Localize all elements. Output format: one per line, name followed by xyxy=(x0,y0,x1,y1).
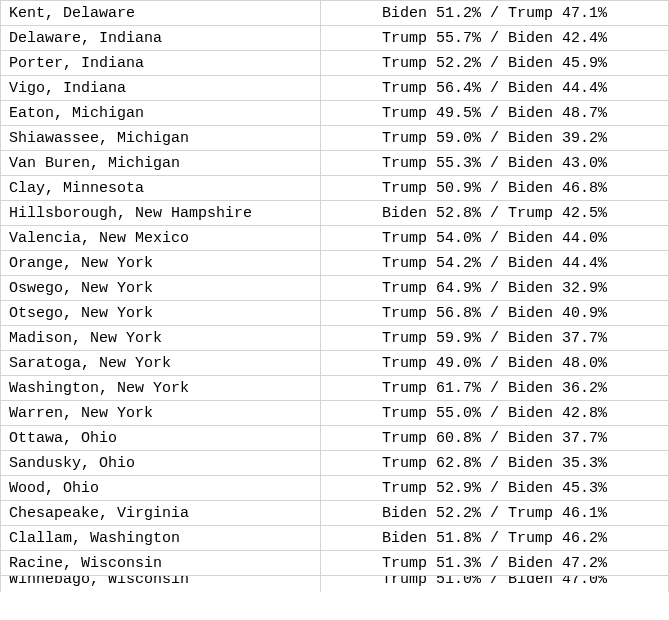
table-row: Porter, IndianaTrump 52.2% / Biden 45.9% xyxy=(1,51,669,76)
county-cell: Ottawa, Ohio xyxy=(1,426,321,451)
table-row: Van Buren, MichiganTrump 55.3% / Biden 4… xyxy=(1,151,669,176)
result-cell: Trump 61.7% / Biden 36.2% xyxy=(321,376,669,401)
result-cell: Trump 51.3% / Biden 47.2% xyxy=(321,551,669,576)
result-cell: Trump 51.0% / Biden 47.0% xyxy=(321,576,669,592)
county-cell: Delaware, Indiana xyxy=(1,26,321,51)
table-row: Ottawa, OhioTrump 60.8% / Biden 37.7% xyxy=(1,426,669,451)
table-row: Racine, WisconsinTrump 51.3% / Biden 47.… xyxy=(1,551,669,576)
table-row: Wood, OhioTrump 52.9% / Biden 45.3% xyxy=(1,476,669,501)
result-cell: Trump 50.9% / Biden 46.8% xyxy=(321,176,669,201)
county-cell: Valencia, New Mexico xyxy=(1,226,321,251)
result-cell: Trump 59.0% / Biden 39.2% xyxy=(321,126,669,151)
table-row: Chesapeake, VirginiaBiden 52.2% / Trump … xyxy=(1,501,669,526)
result-cell: Trump 55.0% / Biden 42.8% xyxy=(321,401,669,426)
result-cell: Trump 49.5% / Biden 48.7% xyxy=(321,101,669,126)
county-cell: Orange, New York xyxy=(1,251,321,276)
result-cell: Trump 55.3% / Biden 43.0% xyxy=(321,151,669,176)
table-row: Washington, New YorkTrump 61.7% / Biden … xyxy=(1,376,669,401)
table-row: Oswego, New YorkTrump 64.9% / Biden 32.9… xyxy=(1,276,669,301)
result-cell: Trump 62.8% / Biden 35.3% xyxy=(321,451,669,476)
table-row: Valencia, New MexicoTrump 54.0% / Biden … xyxy=(1,226,669,251)
results-table: Kent, DelawareBiden 51.2% / Trump 47.1%D… xyxy=(0,0,669,592)
result-cell: Trump 60.8% / Biden 37.7% xyxy=(321,426,669,451)
result-cell: Trump 56.8% / Biden 40.9% xyxy=(321,301,669,326)
result-cell: Trump 54.0% / Biden 44.0% xyxy=(321,226,669,251)
county-cell: Eaton, Michigan xyxy=(1,101,321,126)
result-cell: Trump 56.4% / Biden 44.4% xyxy=(321,76,669,101)
result-cell: Biden 52.2% / Trump 46.1% xyxy=(321,501,669,526)
result-cell: Biden 51.2% / Trump 47.1% xyxy=(321,1,669,26)
county-cell: Warren, New York xyxy=(1,401,321,426)
table-row: Vigo, IndianaTrump 56.4% / Biden 44.4% xyxy=(1,76,669,101)
table-row: Delaware, IndianaTrump 55.7% / Biden 42.… xyxy=(1,26,669,51)
result-cell: Trump 54.2% / Biden 44.4% xyxy=(321,251,669,276)
table-row: Shiawassee, MichiganTrump 59.0% / Biden … xyxy=(1,126,669,151)
table-row: Clay, MinnesotaTrump 50.9% / Biden 46.8% xyxy=(1,176,669,201)
county-cell: Van Buren, Michigan xyxy=(1,151,321,176)
county-cell: Porter, Indiana xyxy=(1,51,321,76)
table-row: Winnebago, WisconsinTrump 51.0% / Biden … xyxy=(1,576,669,592)
table-row: Warren, New YorkTrump 55.0% / Biden 42.8… xyxy=(1,401,669,426)
county-cell: Shiawassee, Michigan xyxy=(1,126,321,151)
county-cell: Clallam, Washington xyxy=(1,526,321,551)
county-cell: Vigo, Indiana xyxy=(1,76,321,101)
table-row: Kent, DelawareBiden 51.2% / Trump 47.1% xyxy=(1,1,669,26)
county-cell: Madison, New York xyxy=(1,326,321,351)
county-cell: Otsego, New York xyxy=(1,301,321,326)
result-cell: Trump 52.2% / Biden 45.9% xyxy=(321,51,669,76)
county-cell: Racine, Wisconsin xyxy=(1,551,321,576)
county-cell: Wood, Ohio xyxy=(1,476,321,501)
result-cell: Trump 64.9% / Biden 32.9% xyxy=(321,276,669,301)
result-cell: Trump 59.9% / Biden 37.7% xyxy=(321,326,669,351)
county-cell: Oswego, New York xyxy=(1,276,321,301)
table-row: Orange, New YorkTrump 54.2% / Biden 44.4… xyxy=(1,251,669,276)
result-cell: Trump 55.7% / Biden 42.4% xyxy=(321,26,669,51)
table-row: Madison, New YorkTrump 59.9% / Biden 37.… xyxy=(1,326,669,351)
table-row: Sandusky, OhioTrump 62.8% / Biden 35.3% xyxy=(1,451,669,476)
table-row: Otsego, New YorkTrump 56.8% / Biden 40.9… xyxy=(1,301,669,326)
result-cell: Biden 51.8% / Trump 46.2% xyxy=(321,526,669,551)
county-cell: Washington, New York xyxy=(1,376,321,401)
table-row: Clallam, WashingtonBiden 51.8% / Trump 4… xyxy=(1,526,669,551)
result-cell: Trump 52.9% / Biden 45.3% xyxy=(321,476,669,501)
result-cell: Trump 49.0% / Biden 48.0% xyxy=(321,351,669,376)
result-cell: Biden 52.8% / Trump 42.5% xyxy=(321,201,669,226)
county-cell: Sandusky, Ohio xyxy=(1,451,321,476)
county-cell: Clay, Minnesota xyxy=(1,176,321,201)
county-cell: Kent, Delaware xyxy=(1,1,321,26)
county-cell: Saratoga, New York xyxy=(1,351,321,376)
county-cell: Chesapeake, Virginia xyxy=(1,501,321,526)
table-row: Hillsborough, New HampshireBiden 52.8% /… xyxy=(1,201,669,226)
county-cell: Winnebago, Wisconsin xyxy=(1,576,321,592)
table-row: Saratoga, New YorkTrump 49.0% / Biden 48… xyxy=(1,351,669,376)
table-row: Eaton, MichiganTrump 49.5% / Biden 48.7% xyxy=(1,101,669,126)
county-cell: Hillsborough, New Hampshire xyxy=(1,201,321,226)
